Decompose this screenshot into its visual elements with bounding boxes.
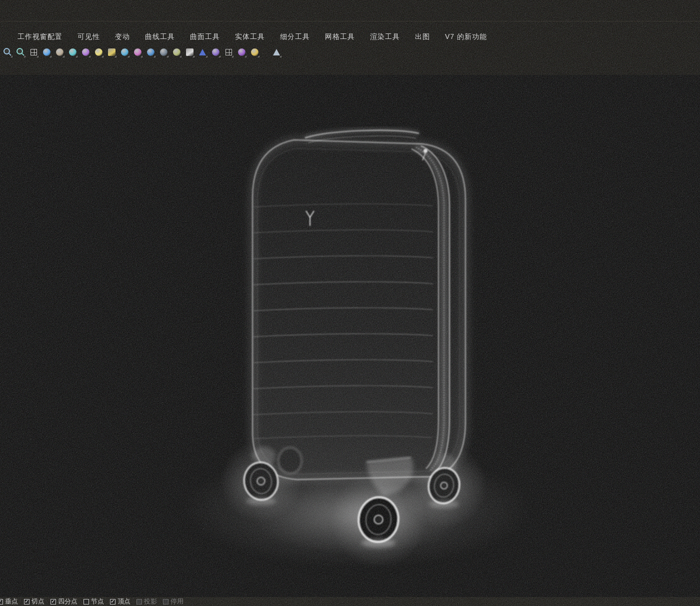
light-bulb-icon[interactable] (94, 47, 103, 56)
grid-snap-icon[interactable] (29, 47, 38, 56)
rhino-3d-app-window: { "window": { "header_background": "#0d0… (0, 0, 700, 606)
disable-toggle[interactable]: 停用 (163, 597, 184, 606)
tangent-snap[interactable]: ✓切点 (24, 597, 44, 606)
vertex-snap-label: 顶点 (118, 597, 130, 606)
material-sphere-icon-glyph (173, 48, 180, 56)
menu-item-10[interactable]: 出图 (408, 32, 438, 41)
perp-snap-label: 垂点 (5, 597, 18, 606)
zoom-selected-icon[interactable] (16, 47, 25, 56)
project-toggle[interactable]: 投影 (136, 597, 157, 606)
coin-icon-glyph (251, 48, 258, 56)
menu-item-5[interactable]: 曲面工具 (182, 32, 228, 41)
kite-curve-icon-glyph (199, 49, 206, 55)
kite-curve-icon[interactable] (198, 47, 207, 56)
kite-detached-icon[interactable] (272, 47, 281, 56)
gear-sphere-icon-glyph (212, 48, 220, 56)
project-toggle-label: 投影 (144, 597, 157, 606)
menu-item-3[interactable]: 变动 (108, 32, 138, 41)
menu-item-7[interactable]: 细分工具 (272, 32, 318, 41)
project-toggle-checkbox[interactable] (136, 599, 142, 605)
droplet-icon-glyph (121, 48, 128, 56)
zoom-icon[interactable] (3, 47, 12, 56)
checker-flag-icon-glyph (186, 48, 194, 56)
zoom-selected-icon-glyph (16, 48, 23, 54)
tangent-snap-checkbox[interactable]: ✓ (24, 599, 30, 605)
menu-item-11[interactable]: V7 的新功能 (438, 32, 494, 41)
knot-snap-checkbox[interactable] (84, 599, 89, 605)
app-header: 工作视窗配置可见性变动曲线工具曲面工具实体工具细分工具网格工具渲染工具出图V7 … (0, 0, 700, 75)
quadrant-snap[interactable]: ✓四分点 (50, 597, 78, 606)
earth-icon[interactable] (146, 47, 155, 56)
droplet-icon[interactable] (120, 47, 129, 56)
menu-item-2[interactable]: 可见性 (70, 32, 108, 41)
dark-sphere-icon[interactable] (159, 47, 168, 56)
tangent-snap-label: 切点 (32, 597, 44, 606)
menu-item-8[interactable]: 网格工具 (318, 32, 362, 41)
vertex-snap[interactable]: ✓顶点 (110, 597, 130, 606)
pan-view-icon[interactable] (55, 47, 64, 56)
corner-widget-icon[interactable] (224, 47, 233, 56)
light-bulb-icon-glyph (95, 48, 102, 56)
menu-item-4[interactable]: 曲线工具 (138, 32, 182, 41)
menu-item-1[interactable]: 工作视窗配置 (10, 32, 70, 41)
title-band (0, 0, 700, 21)
perp-snap[interactable]: ✓垂点 (0, 597, 18, 606)
color-wheel-icon[interactable] (133, 47, 142, 56)
wheel-rear-left[interactable] (278, 447, 302, 474)
checker-flag-icon[interactable] (185, 47, 194, 56)
material-sphere-icon[interactable] (172, 47, 181, 56)
disable-toggle-checkbox[interactable] (163, 599, 168, 605)
disable-toggle-label: 停用 (170, 597, 184, 606)
coin-icon[interactable] (250, 47, 259, 56)
rotate-view-icon-glyph (69, 48, 76, 56)
lock-icon-glyph (108, 48, 116, 56)
gear-sphere-icon[interactable] (211, 47, 220, 56)
color-wheel-icon-glyph (134, 48, 142, 56)
pan-view-icon-glyph (56, 48, 64, 56)
zoom-icon-glyph (4, 48, 10, 54)
kite-detached-icon-glyph (273, 49, 280, 55)
toolbar (0, 44, 700, 59)
quadrant-snap-checkbox[interactable]: ✓ (50, 599, 56, 605)
nebula-sphere-icon-glyph (238, 48, 246, 56)
lock-icon[interactable] (107, 47, 116, 56)
menu-item-6[interactable]: 实体工具 (228, 32, 272, 41)
dark-sphere-icon-glyph (160, 48, 168, 56)
menu-item-9[interactable]: 渲染工具 (362, 32, 408, 41)
quadrant-snap-label: 四分点 (58, 597, 78, 606)
suitcase-body[interactable] (252, 140, 466, 480)
nebula-sphere-icon[interactable] (237, 47, 246, 56)
vertex-snap-checkbox[interactable]: ✓ (110, 599, 116, 605)
corner-widget-icon-glyph (226, 49, 232, 55)
car-model-icon[interactable] (42, 47, 51, 56)
car-model-icon-glyph (43, 48, 50, 56)
viewport-3d[interactable] (0, 75, 700, 597)
rotate-view-icon[interactable] (68, 47, 77, 56)
menubar: 工作视窗配置可见性变动曲线工具曲面工具实体工具细分工具网格工具渲染工具出图V7 … (0, 29, 700, 44)
perp-snap-checkbox[interactable]: ✓ (0, 599, 3, 605)
suitcase-render[interactable] (0, 75, 700, 597)
control-points-icon[interactable] (81, 47, 90, 56)
earth-icon-glyph (147, 48, 154, 56)
statusbar: ✓垂点✓切点✓四分点节点✓顶点投影停用 (0, 597, 700, 606)
control-points-icon-glyph (82, 48, 90, 56)
knot-snap-label: 节点 (91, 597, 104, 606)
grid-snap-icon-glyph (30, 49, 37, 55)
knot-snap[interactable]: 节点 (84, 597, 104, 606)
